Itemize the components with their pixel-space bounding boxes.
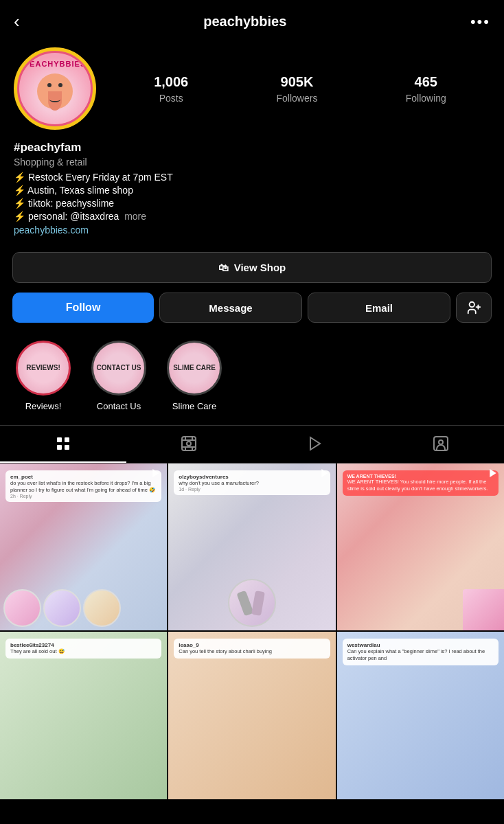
comment-user-4: bestlee6its23274	[10, 642, 157, 648]
avatar-illustration	[37, 73, 73, 109]
highlight-reviews[interactable]: REVIEWS! Reviews!	[12, 341, 74, 411]
message-button[interactable]: Message	[159, 293, 302, 323]
reels-icon	[181, 435, 197, 452]
svg-point-17	[439, 440, 443, 444]
svg-marker-18	[153, 469, 159, 477]
grid-item-1[interactable]: em_poet do you ever list what's in the r…	[0, 464, 167, 630]
comment-time-1: 2h · Reply	[10, 494, 157, 499]
grid-item-3[interactable]: WE ARENT THIEVES! WE ARENT THIEVES! You …	[337, 464, 504, 630]
bio-line-1: ⚡ Restock Every Friday at 7pm EST	[14, 172, 490, 183]
stat-following[interactable]: 465 Following	[406, 74, 446, 104]
svg-point-0	[470, 302, 474, 307]
svg-rect-7	[182, 437, 196, 450]
comment-user-3: WE ARENT THIEVES!	[347, 474, 494, 479]
grid-item-5[interactable]: leaao_9 Can you tell the story about cha…	[168, 632, 335, 799]
svg-rect-4	[65, 437, 69, 442]
bio-section: #peachyfam Shopping & retail ⚡ Restock E…	[0, 141, 504, 245]
tab-reels[interactable]	[126, 426, 253, 463]
comment-overlay-1: em_poet do you ever list what's in the r…	[5, 470, 161, 502]
svg-marker-19	[321, 469, 328, 477]
photo-grid: em_poet do you ever list what's in the r…	[0, 464, 504, 799]
highlight-contact[interactable]: CONTACT US Contact Us	[88, 341, 150, 411]
highlight-slime[interactable]: SLIME CARE Slime Care	[163, 341, 225, 411]
tab-tagged[interactable]	[378, 426, 505, 463]
tab-play[interactable]	[252, 426, 378, 463]
comment-text-6: Can you explain what a "beginner slime" …	[347, 648, 494, 662]
comment-text-5: Can you tell the story about charli buyi…	[179, 648, 325, 655]
grid-item-6-image: westwardlau Can you explain what a "begi…	[337, 632, 504, 799]
tagged-icon	[433, 435, 449, 452]
grid-item-1-image: em_poet do you ever list what's in the r…	[0, 464, 167, 630]
more-options-button[interactable]: •••	[470, 13, 490, 31]
view-shop-button[interactable]: 🛍 View Shop	[12, 252, 492, 283]
comment-text-4: They are all sold out 😅	[10, 648, 157, 655]
svg-marker-15	[310, 437, 320, 450]
comment-text-1: do you ever list what's in the restock b…	[10, 480, 157, 494]
grid-icon	[55, 435, 71, 452]
add-friend-icon	[466, 300, 481, 315]
grid-item-6[interactable]: westwardlau Can you explain what a "begi…	[337, 632, 504, 799]
video-badge-2	[319, 468, 330, 481]
comment-text-2: why don't you use a manufacturer?	[179, 480, 325, 487]
highlight-contact-label: Contact Us	[97, 401, 141, 411]
bio-line-2: ⚡ Austin, Texas slime shop	[14, 185, 490, 196]
stat-followers[interactable]: 905K Followers	[277, 74, 318, 104]
grid-item-4-image: bestlee6its23274 They are all sold out 😅	[0, 632, 167, 799]
avatar[interactable]: PEACHYBBIES	[14, 47, 96, 130]
comment-user-2: olzyboysdventures	[179, 474, 325, 480]
bio-line-3: ⚡ tiktok: peachysslime	[14, 198, 490, 209]
slime-bowls-1	[3, 589, 121, 627]
comment-overlay-2: olzyboysdventures why don't you use a ma…	[174, 470, 330, 495]
comment-overlay-6: westwardlau Can you explain what a "begi…	[343, 639, 499, 665]
follow-button[interactable]: Follow	[12, 293, 154, 323]
header: ‹ peachybbies •••	[0, 0, 504, 41]
video-badge-1	[150, 468, 161, 481]
email-button[interactable]: Email	[308, 293, 450, 323]
comment-overlay-5: leaao_9 Can you tell the story about cha…	[174, 639, 330, 659]
comment-user-5: leaao_9	[179, 642, 325, 648]
svg-rect-5	[57, 445, 62, 450]
grid-item-3-image: WE ARENT THIEVES! WE ARENT THIEVES! You …	[337, 464, 504, 630]
svg-marker-20	[490, 469, 496, 477]
back-button[interactable]: ‹	[14, 11, 20, 32]
add-friend-button[interactable]	[456, 293, 492, 323]
website-link[interactable]: peachybbies.com	[14, 225, 490, 236]
grid-item-5-image: leaao_9 Can you tell the story about cha…	[168, 632, 335, 799]
highlight-contact-text: CONTACT US	[94, 361, 144, 375]
display-name: #peachyfam	[14, 141, 490, 154]
posts-label: Posts	[159, 93, 183, 104]
action-buttons: Follow Message Email	[0, 290, 504, 334]
pour-visual	[463, 589, 504, 630]
highlight-reviews-label: Reviews!	[25, 401, 62, 411]
comment-overlay-4: bestlee6its23274 They are all sold out 😅	[5, 639, 161, 659]
grid-item-2[interactable]: olzyboysdventures why don't you use a ma…	[168, 464, 335, 630]
comment-time-2: 1d · Reply	[179, 487, 325, 492]
category: Shopping & retail	[14, 157, 490, 168]
followers-count: 905K	[281, 74, 314, 90]
comment-user-1: em_poet	[10, 474, 157, 480]
highlight-slime-label: Slime Care	[172, 401, 216, 411]
comment-user-6: westwardlau	[347, 642, 494, 648]
svg-rect-3	[57, 437, 62, 442]
view-shop-label: View Shop	[234, 262, 286, 273]
page-title: peachybbies	[203, 14, 286, 30]
highlights-section: REVIEWS! Reviews! CONTACT US Contact Us …	[0, 334, 504, 425]
highlight-slime-text: SLIME CARE	[170, 361, 218, 375]
comment-text-3: WE ARENT THIEVES! You should hire more p…	[347, 479, 494, 492]
stat-posts[interactable]: 1,006 Posts	[154, 74, 188, 104]
profile-section: PEACHYBBIES 1,006 Posts 905K Followers 4…	[0, 41, 504, 141]
comment-overlay-3: WE ARENT THIEVES! WE ARENT THIEVES! You …	[343, 470, 499, 496]
spoons-visual	[228, 579, 276, 627]
bio-more-button[interactable]: more	[124, 211, 146, 222]
highlight-slime-circle: SLIME CARE	[167, 341, 222, 396]
highlight-reviews-text: REVIEWS!	[23, 361, 62, 375]
tab-grid[interactable]	[0, 426, 126, 463]
highlight-contact-circle: CONTACT US	[91, 341, 146, 396]
stats-container: 1,006 Posts 905K Followers 465 Following	[110, 74, 490, 104]
grid-item-4[interactable]: bestlee6its23274 They are all sold out 😅	[0, 632, 167, 799]
following-label: Following	[406, 93, 446, 104]
tab-bar	[0, 425, 504, 464]
shop-icon: 🛍	[218, 262, 229, 273]
posts-count: 1,006	[154, 74, 188, 90]
video-badge-3	[488, 468, 499, 481]
